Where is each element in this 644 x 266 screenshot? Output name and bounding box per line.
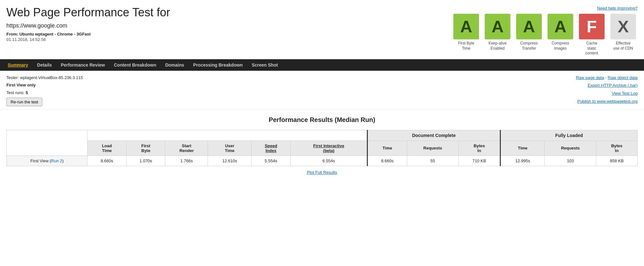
header-right: Need help improving? AFirst Byte TimeAKe…: [452, 6, 638, 56]
test-url: https://www.google.com: [6, 22, 170, 29]
nav-item-content-breakdown[interactable]: Content Breakdown: [109, 59, 161, 71]
cell-speed-index: 5.554s: [252, 156, 290, 166]
results-table-wrapper: Document Complete Fully Loaded LoadTime …: [6, 130, 638, 166]
grade-label: Compress Images: [552, 41, 569, 51]
grade-item: ACompress Transfer: [515, 14, 543, 51]
nav-item-details[interactable]: Details: [33, 59, 56, 71]
nav-bar: SummaryDetailsPerformance ReviewContent …: [0, 59, 644, 71]
info-bar: Tester: wptagent-VirtualBox-85.236.3.115…: [0, 71, 644, 110]
grade-boxes: AFirst Byte TimeAKeep-alive EnabledAComp…: [452, 14, 638, 56]
info-left: Tester: wptagent-VirtualBox-85.236.3.115…: [6, 74, 83, 106]
results-section: Performance Results (Median Run) Documen…: [0, 110, 644, 181]
cell-doc-time: 8.660s: [367, 156, 407, 166]
grade-box-f: F: [579, 14, 605, 39]
doc-complete-header: Document Complete: [367, 130, 500, 141]
need-help-link[interactable]: Need help improving?: [597, 6, 638, 11]
cell-first-byte: 1.070s: [126, 156, 165, 166]
results-title: Performance Results (Median Run): [6, 116, 638, 124]
view-log-link[interactable]: View Test Log: [612, 91, 638, 96]
col-full-time: Time: [500, 141, 545, 156]
grade-item: XEffective use of CDN: [609, 14, 638, 51]
raw-page-data-link[interactable]: Raw page data: [576, 75, 604, 80]
col-start-render: StartRender: [165, 141, 208, 156]
grade-label: Cache static content: [585, 41, 598, 56]
from-label: From:: [6, 32, 18, 36]
col-full-requests: Requests: [545, 141, 596, 156]
grade-box-x: X: [610, 14, 636, 39]
dash-separator: -: [605, 75, 608, 80]
nav-item-screen-shot[interactable]: Screen Shot: [247, 59, 283, 71]
grade-box-a: A: [485, 14, 510, 39]
grade-label: Keep-alive Enabled: [489, 41, 507, 51]
col-doc-requests: Requests: [407, 141, 458, 156]
cell-first-interactive: 6.554s: [290, 156, 367, 166]
header-section: Web Page Performance Test for https://ww…: [0, 0, 644, 59]
col-load-time: LoadTime: [87, 141, 126, 156]
grade-box-a: A: [516, 14, 542, 39]
col-first-byte: FirstByte: [126, 141, 165, 156]
plot-link-container: Plot Full Results: [6, 170, 638, 175]
first-view-label: First View only: [6, 81, 83, 89]
grade-label: Compress Transfer: [520, 41, 538, 51]
col-user-time: UserTime: [208, 141, 252, 156]
raw-object-data-link[interactable]: Raw object data: [608, 75, 638, 80]
grade-label: First Byte Time: [458, 41, 475, 51]
run-link[interactable]: Run 2: [51, 158, 62, 163]
cell-doc-requests: 55: [407, 156, 458, 166]
cell-user-time: 12.610s: [208, 156, 252, 166]
from-value: Ubuntu wptagent - Chrome - 3GFast: [19, 32, 90, 36]
col-speed-index: SpeedIndex: [252, 141, 290, 156]
nav-item-domains[interactable]: Domains: [161, 59, 189, 71]
test-runs-label: Test runs:: [6, 90, 24, 95]
grade-item: AFirst Byte Time: [452, 14, 481, 51]
cell-full-bytes: 858 KB: [596, 156, 638, 166]
table-row: First View (Run 2) 8.660s 1.070s 1.766s …: [7, 156, 638, 166]
from-line: From: Ubuntu wptagent - Chrome - 3GFast: [6, 32, 170, 36]
nav-item-processing-breakdown[interactable]: Processing Breakdown: [189, 59, 247, 71]
col-full-bytes: BytesIn: [596, 141, 638, 156]
tester-info: Tester: wptagent-VirtualBox-85.236.3.115: [6, 74, 83, 81]
grade-item: ACompress Images: [546, 14, 575, 51]
fully-loaded-header: Fully Loaded: [500, 130, 638, 141]
cell-start-render: 1.766s: [165, 156, 208, 166]
page-title: Web Page Performance Test for: [6, 6, 170, 19]
header-left: Web Page Performance Test for https://ww…: [6, 6, 170, 42]
info-right: Raw page data - Raw object data Export H…: [576, 74, 638, 106]
row-label: First View (Run 2): [7, 156, 87, 166]
test-runs-value: 5: [26, 90, 28, 95]
cell-doc-bytes: 710 KB: [458, 156, 500, 166]
test-date: 01.11.2018, 14:52:56: [6, 37, 170, 42]
results-table: Document Complete Fully Loaded LoadTime …: [6, 130, 638, 166]
rerun-button[interactable]: Re-run the test: [6, 98, 42, 106]
plot-results-link[interactable]: Plot Full Results: [307, 170, 337, 175]
col-doc-bytes: BytesIn: [458, 141, 500, 156]
publish-link[interactable]: Publish to www.webpagetest.org: [577, 99, 638, 104]
cell-load-time: 8.660s: [87, 156, 126, 166]
cell-full-requests: 103: [545, 156, 596, 166]
col-headers-row: LoadTime FirstByte StartRender UserTime …: [7, 141, 638, 156]
grade-box-a: A: [453, 14, 479, 39]
nav-item-performance-review[interactable]: Performance Review: [56, 59, 110, 71]
test-runs: Test runs: 5: [6, 89, 83, 96]
grade-item: AKeep-alive Enabled: [483, 14, 512, 51]
nav-item-summary[interactable]: Summary: [3, 59, 33, 71]
grade-item: FCache static content: [577, 14, 606, 56]
col-doc-time: Time: [367, 141, 407, 156]
raw-data-links: Raw page data - Raw object data: [576, 74, 638, 82]
grade-box-a: A: [548, 14, 573, 39]
grade-label: Effective use of CDN: [613, 41, 633, 51]
col-first-interactive: First Interactive(beta): [290, 141, 367, 156]
cell-full-time: 12.995s: [500, 156, 545, 166]
group-header-row: Document Complete Fully Loaded: [7, 130, 638, 141]
export-har-link[interactable]: Export HTTP Archive (.har): [588, 83, 638, 88]
